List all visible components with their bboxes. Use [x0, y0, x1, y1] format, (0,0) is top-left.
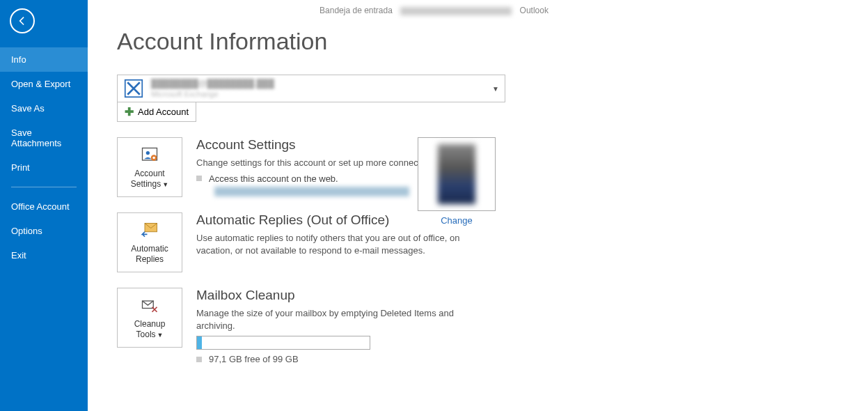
automatic-replies-icon: [140, 220, 159, 241]
plus-icon: ✚: [125, 105, 134, 118]
titlebar-left: Bandeja de entrada: [319, 6, 393, 15]
account-text: ████████@████████.███ Microsoft Exchange: [151, 79, 492, 98]
page-title: Account Information: [117, 28, 840, 55]
section-account-settings: Account Settings▼ Account Settings Chang…: [117, 137, 840, 197]
sidebar-divider: [11, 187, 77, 187]
sidebar-item-save-attachments[interactable]: Save Attachments: [0, 121, 88, 155]
web-access-url[interactable]: [214, 187, 409, 196]
dropdown-caret-icon: ▼: [157, 332, 164, 339]
bullet-icon: [196, 357, 202, 362]
storage-text: 97,1 GB free of 99 GB: [209, 354, 299, 364]
cleanup-tools-button[interactable]: Cleanup Tools▼: [117, 288, 182, 348]
section-mailbox-cleanup: Cleanup Tools▼ Mailbox Cleanup Manage th…: [117, 288, 840, 364]
automatic-replies-desc: Use automatic replies to notify others t…: [196, 232, 489, 256]
sidebar-item-options[interactable]: Options: [0, 219, 88, 243]
sidebar-item-open-export[interactable]: Open & Export: [0, 72, 88, 96]
svg-point-2: [146, 151, 150, 155]
storage-bar: [196, 336, 370, 350]
sidebar-item-info[interactable]: Info: [0, 47, 88, 72]
titlebar-account-redacted: [400, 7, 512, 15]
titlebar-right: Outlook: [520, 6, 549, 15]
automatic-replies-title: Automatic Replies (Out of Office): [196, 212, 489, 228]
sidebar-item-office-account[interactable]: Office Account: [0, 194, 88, 219]
svg-point-4: [152, 157, 155, 160]
profile-photo-frame: [418, 137, 496, 211]
add-account-label: Add Account: [138, 107, 189, 117]
sidebar-item-save-as[interactable]: Save As: [0, 96, 88, 121]
automatic-replies-btn-label: Automatic Replies: [120, 244, 179, 265]
cleanup-tools-icon: [140, 295, 159, 316]
backstage-sidebar: Info Open & Export Save As Save Attachme…: [0, 0, 88, 411]
account-settings-btn-label: Account Settings: [131, 169, 165, 189]
account-type: Microsoft Exchange: [151, 90, 492, 98]
account-selector[interactable]: ████████@████████.███ Microsoft Exchange…: [117, 75, 505, 102]
main-content: Account Information ████████@████████.██…: [88, 0, 868, 411]
section-automatic-replies: Automatic Replies Automatic Replies (Out…: [117, 212, 840, 272]
profile-photo: [438, 144, 475, 204]
add-account-button[interactable]: ✚ Add Account: [117, 102, 196, 122]
exchange-icon: [123, 78, 144, 99]
sidebar-item-print[interactable]: Print: [0, 155, 88, 180]
chevron-down-icon: ▼: [492, 85, 499, 93]
account-settings-icon: [140, 145, 159, 166]
back-arrow-icon: [16, 15, 29, 27]
mailbox-cleanup-desc: Manage the size of your mailbox by empty…: [196, 307, 489, 332]
mailbox-cleanup-title: Mailbox Cleanup: [196, 288, 489, 303]
window-titlebar: Bandeja de entrada Outlook: [0, 6, 868, 15]
storage-bar-fill: [197, 336, 202, 349]
account-email: ████████@████████.███: [151, 79, 492, 88]
bullet-icon: [196, 176, 202, 181]
sidebar-item-exit[interactable]: Exit: [0, 243, 88, 267]
account-settings-button[interactable]: Account Settings▼: [117, 137, 182, 197]
automatic-replies-button[interactable]: Automatic Replies: [117, 212, 182, 272]
dropdown-caret-icon: ▼: [162, 181, 168, 188]
web-access-text: Access this account on the web.: [209, 173, 338, 184]
